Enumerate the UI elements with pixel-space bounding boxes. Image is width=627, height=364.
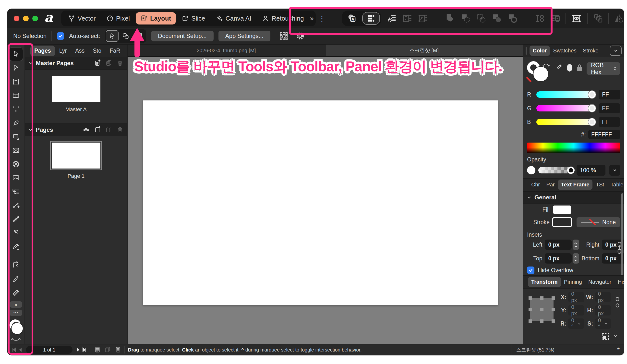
- chevron-down-icon[interactable]: [613, 334, 618, 338]
- duplicate-master-icon[interactable]: [105, 59, 112, 67]
- boolean-divide-button[interactable]: [492, 13, 502, 24]
- zoom-window-button[interactable]: [32, 16, 38, 21]
- studio-tab-canva-ai[interactable]: Canva AI: [211, 12, 257, 24]
- red-slider[interactable]: [536, 91, 595, 98]
- red-slider-handle[interactable]: [588, 91, 596, 98]
- tab-history[interactable]: History: [615, 277, 624, 287]
- green-slider-handle[interactable]: [588, 104, 596, 112]
- close-window-button[interactable]: [14, 16, 19, 21]
- glyph-view-toggle-button[interactable]: A: [343, 12, 361, 25]
- tab-swatches[interactable]: Swatches: [550, 46, 579, 56]
- page-indicator[interactable]: 1 of 1: [26, 346, 72, 354]
- color-picker-icon[interactable]: [555, 62, 563, 72]
- tab-transform[interactable]: Transform: [528, 277, 561, 287]
- master-page-thumbnail[interactable]: [52, 76, 101, 102]
- opacity-value[interactable]: 100 %: [576, 165, 605, 176]
- picked-color-swatch[interactable]: [567, 64, 572, 71]
- x-field[interactable]: 0 px: [568, 292, 584, 302]
- transparency-tool[interactable]: [9, 212, 23, 226]
- color-spectrum[interactable]: [527, 143, 620, 153]
- transform-duplicate-button[interactable]: [592, 13, 603, 24]
- node-tool[interactable]: [9, 61, 23, 74]
- first-page-button[interactable]: [11, 347, 17, 353]
- apply-master-icon[interactable]: [83, 126, 90, 134]
- titlebar-more-button[interactable]: ⋮: [316, 14, 328, 23]
- swap-colors-icon[interactable]: [10, 338, 21, 341]
- rectangle-picture-frame-tool[interactable]: [9, 144, 23, 157]
- panel-options-button[interactable]: [610, 46, 622, 56]
- rectangle-tool[interactable]: [9, 130, 23, 143]
- duplicate-view-icon[interactable]: [104, 346, 111, 353]
- lock-icon[interactable]: [576, 64, 583, 72]
- studio-settings-button[interactable]: [386, 13, 397, 24]
- previous-page-button[interactable]: [17, 347, 23, 353]
- measure-tool[interactable]: [9, 286, 23, 299]
- stroke-style-dropdown[interactable]: None: [576, 217, 620, 227]
- tab-navigator[interactable]: Navigator: [585, 277, 615, 287]
- opacity-slider[interactable]: [538, 167, 574, 173]
- boolean-combine-button[interactable]: [507, 13, 518, 24]
- color-wells[interactable]: [527, 60, 543, 84]
- pencil-tool[interactable]: [9, 272, 23, 285]
- master-page-item[interactable]: Master A: [25, 70, 127, 113]
- green-slider[interactable]: [536, 105, 595, 111]
- delete-page-icon[interactable]: [116, 126, 124, 134]
- boolean-subtract-button[interactable]: [460, 13, 471, 24]
- document-page[interactable]: [143, 101, 498, 305]
- page-list-icon[interactable]: [115, 346, 121, 353]
- link-text-frames-button[interactable]: [534, 13, 545, 24]
- tab-assets[interactable]: Ass: [71, 46, 88, 56]
- frame-stroke-swatch[interactable]: [553, 218, 571, 226]
- transform-origin-icon[interactable]: [600, 331, 610, 341]
- blue-slider[interactable]: [536, 119, 595, 125]
- ignore-text-wraps-row[interactable]: Ignore Text Wraps: [523, 274, 624, 275]
- boolean-intersect-button[interactable]: [476, 13, 487, 24]
- inset-top-field[interactable]: 0 px: [545, 253, 572, 263]
- tab-character[interactable]: Chr: [528, 180, 543, 190]
- studio-tab-layout[interactable]: Layout: [136, 12, 176, 24]
- rotation-field[interactable]: 0 °: [568, 318, 584, 329]
- add-master-icon[interactable]: [94, 59, 101, 67]
- blue-slider-handle[interactable]: [588, 118, 596, 126]
- single-page-icon[interactable]: [94, 346, 101, 353]
- minimize-window-button[interactable]: [23, 16, 29, 21]
- tab-text-styles[interactable]: TSt: [592, 180, 607, 190]
- path-text-tool[interactable]: [9, 103, 23, 116]
- expand-tools-button[interactable]: »: [10, 301, 22, 308]
- studio-overflow-button[interactable]: »: [310, 14, 314, 23]
- ellipse-picture-frame-tool[interactable]: [9, 157, 23, 171]
- tab-stock[interactable]: Sto: [89, 46, 105, 56]
- studio-tab-slice[interactable]: Slice: [177, 12, 210, 24]
- tab-color[interactable]: Color: [529, 46, 550, 56]
- color-picker-tool[interactable]: [9, 240, 23, 253]
- tab-layers[interactable]: Lyr: [55, 46, 71, 56]
- text-flow-tool[interactable]: [9, 185, 23, 198]
- corner-tool[interactable]: [9, 258, 23, 271]
- studio-tab-pixel[interactable]: Pixel: [102, 12, 135, 24]
- link-dimensions-icon[interactable]: [615, 296, 620, 309]
- frame-fill-swatch[interactable]: [553, 206, 571, 214]
- blue-value[interactable]: FF: [599, 117, 620, 127]
- panel-scrollbar[interactable]: [621, 193, 623, 275]
- more-tools-button[interactable]: •••: [10, 310, 22, 316]
- y-field[interactable]: 0 px: [568, 305, 584, 315]
- app-settings-button[interactable]: App Settings...: [218, 31, 270, 41]
- move-tool[interactable]: [9, 48, 23, 61]
- hex-input[interactable]: FFFFFF: [588, 130, 620, 139]
- style-picker-tool[interactable]: [9, 226, 23, 239]
- place-image-tool[interactable]: [9, 171, 23, 184]
- studio-tab-retouching[interactable]: Retouching: [257, 12, 309, 24]
- opacity-slider-handle[interactable]: [567, 166, 575, 174]
- general-section-header[interactable]: General: [523, 191, 624, 204]
- frame-text-edit-button[interactable]: [402, 13, 413, 24]
- color-mode-dropdown[interactable]: RGB Hex: [587, 62, 620, 75]
- no-color-button[interactable]: [525, 76, 532, 83]
- duplicate-page-icon[interactable]: [105, 126, 112, 134]
- page-item[interactable]: Page 1: [25, 136, 127, 179]
- tab-table[interactable]: Table: [607, 180, 624, 190]
- margins-grid-button[interactable]: [279, 31, 289, 41]
- doc-tab-active[interactable]: 스크린샷 [M]: [325, 45, 523, 56]
- inset-left-stepper[interactable]: [573, 240, 579, 250]
- preview-mode-button[interactable]: [571, 13, 582, 24]
- gradient-tool[interactable]: [9, 199, 23, 212]
